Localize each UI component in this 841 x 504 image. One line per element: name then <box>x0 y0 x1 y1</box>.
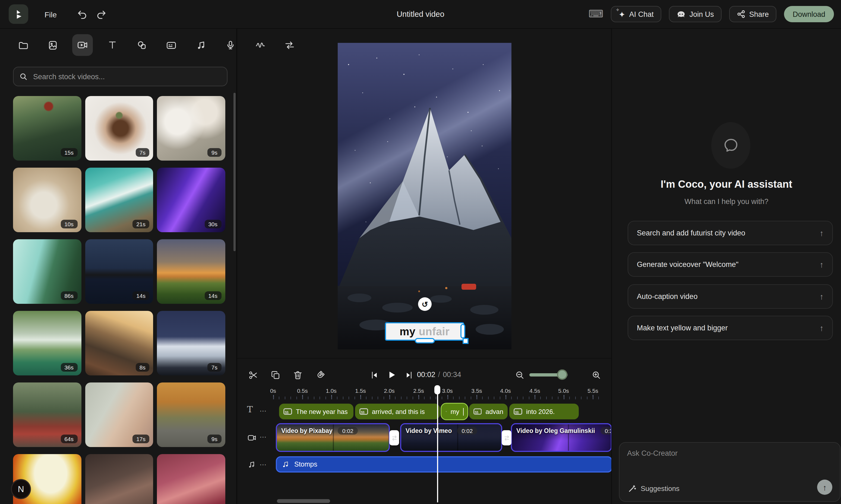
suggestion-card[interactable]: Make text yellow and bigger↑ <box>628 316 833 340</box>
ai-assistant-panel: I'm Coco, your AI assistant What can I h… <box>611 29 841 504</box>
cut-button[interactable] <box>246 368 260 381</box>
tab-stock-video[interactable] <box>72 34 93 56</box>
suggestion-card[interactable]: Auto-caption video↑ <box>628 284 833 309</box>
caption-clip-icon <box>473 408 482 415</box>
send-button[interactable]: ↑ <box>817 480 832 495</box>
user-avatar[interactable]: N <box>11 479 31 499</box>
tab-music[interactable] <box>191 34 211 56</box>
suggestion-card[interactable]: Generate voiceover "Welcome"↑ <box>628 252 833 277</box>
caption-clip-icon <box>514 408 522 415</box>
caption-clip-icon <box>360 408 368 415</box>
suggestion-card[interactable]: Search and add futurist city video↑ <box>628 221 833 245</box>
video-preview[interactable]: ↺ my unfair <box>338 43 511 349</box>
resize-handle-right[interactable] <box>460 324 465 339</box>
stock-video-thumbnail[interactable]: 9s <box>157 382 225 447</box>
tab-text[interactable] <box>102 34 122 56</box>
join-us-button[interactable]: Join Us <box>669 6 721 22</box>
tab-elements[interactable] <box>132 34 152 56</box>
microphone-icon <box>225 39 236 51</box>
caption-clip-icon <box>283 408 292 415</box>
zoom-out-icon <box>514 370 525 380</box>
music-note-icon <box>281 460 290 469</box>
video-clip[interactable]: Video by Vimeo0:02 <box>400 423 502 452</box>
zoom-in-icon <box>591 370 601 380</box>
stock-video-thumbnail[interactable]: 30s <box>157 168 225 232</box>
rotate-handle[interactable]: ↺ <box>418 297 432 311</box>
duration-badge: 86s <box>60 291 77 300</box>
duration-badge: 14s <box>205 291 221 300</box>
stock-video-thumbnail[interactable] <box>157 454 225 504</box>
download-button[interactable]: Download <box>784 6 834 22</box>
stock-video-thumbnail[interactable]: 8s <box>85 311 153 375</box>
text-track-icon: T <box>247 404 253 414</box>
assistant-input-box[interactable]: Suggestions ↑ <box>619 442 840 502</box>
stock-video-thumbnail[interactable]: 86s <box>13 239 81 304</box>
duration-badge: 64s <box>60 435 77 443</box>
transition-button[interactable] <box>389 430 399 445</box>
stock-video-thumbnail[interactable]: 14s <box>85 239 153 304</box>
suggestions-button[interactable]: Suggestions <box>628 484 680 492</box>
play-button[interactable] <box>385 368 398 381</box>
skip-back-button[interactable] <box>368 368 381 381</box>
keyboard-shortcuts-icon[interactable]: ⌨ <box>589 6 603 22</box>
stock-video-search[interactable] <box>13 67 227 86</box>
duplicate-button[interactable] <box>269 368 282 381</box>
duration-badge: 10s <box>60 220 77 229</box>
stock-video-thumbnail[interactable]: 7s <box>85 96 153 161</box>
delete-button[interactable] <box>291 368 304 381</box>
stock-video-thumbnail[interactable] <box>85 454 153 504</box>
stock-video-thumbnail[interactable]: 17s <box>85 382 153 447</box>
zoom-in-button[interactable] <box>590 368 603 381</box>
caption-clip[interactable]: The new year has <box>279 403 353 419</box>
video-track-menu[interactable]: ⋯ <box>260 433 267 441</box>
ruler-minor-ticks <box>273 397 599 399</box>
stock-video-thumbnail[interactable]: 14s <box>157 239 225 304</box>
playhead-line[interactable] <box>437 386 438 502</box>
tab-folder[interactable] <box>13 34 34 56</box>
ai-chat-button[interactable]: ✦✧ AI Chat <box>611 6 661 22</box>
assistant-input[interactable] <box>623 446 802 476</box>
folder-icon <box>18 39 29 51</box>
caption-clip[interactable]: into 2026. <box>509 403 579 419</box>
video-editor-app: File Untitled video ⌨ ✦✧ AI Chat Join Us <box>0 0 841 504</box>
stock-video-thumbnail[interactable]: 64s <box>13 382 81 447</box>
scissors-icon <box>248 370 258 380</box>
search-input[interactable] <box>32 72 222 81</box>
caption-clip[interactable]: arrived, and this is <box>355 403 440 419</box>
caption-clip-selected[interactable]: my <box>441 403 468 419</box>
stock-video-thumbnail[interactable]: 21s <box>85 168 153 232</box>
caption-clip[interactable]: advan <box>469 403 508 419</box>
timeline-divider <box>237 358 611 359</box>
duration-badge: 7s <box>208 363 221 372</box>
tab-transitions[interactable] <box>279 34 300 56</box>
audio-clip[interactable]: Stomps <box>276 456 612 472</box>
snap-button[interactable] <box>313 368 326 381</box>
stock-video-thumbnail[interactable]: 15s <box>13 96 81 161</box>
timeline-scrollbar[interactable] <box>277 499 330 503</box>
resize-handle-bottom[interactable] <box>415 338 435 343</box>
text-track-menu[interactable]: ⋯ <box>260 407 267 415</box>
zoom-out-button[interactable] <box>513 368 526 381</box>
tab-captions[interactable] <box>161 34 181 56</box>
resize-handle-corner[interactable] <box>462 338 469 344</box>
tab-media[interactable] <box>42 34 63 56</box>
up-arrow-icon: ↑ <box>820 292 824 301</box>
share-button[interactable]: Share <box>729 6 776 22</box>
zoom-slider-knob[interactable] <box>557 370 567 380</box>
up-arrow-icon: ↑ <box>820 323 824 332</box>
library-scrollbar[interactable] <box>233 93 235 251</box>
tab-audio-wave[interactable] <box>250 34 270 56</box>
skip-forward-button[interactable] <box>402 368 415 381</box>
total-time: 00:34 <box>443 371 461 379</box>
audio-track-menu[interactable]: ⋯ <box>260 461 267 469</box>
tab-voiceover[interactable] <box>220 34 241 56</box>
video-clip[interactable]: Video by Pixabay0:02 <box>276 423 390 452</box>
stock-video-thumbnail[interactable]: 9s <box>157 96 225 161</box>
caption-word-active: my <box>400 325 416 338</box>
assistant-title: I'm Coco, your AI assistant <box>612 179 841 191</box>
stock-video-thumbnail[interactable]: 7s <box>157 311 225 375</box>
video-clip[interactable]: Video by Oleg Gamulinskii0:30 <box>511 423 612 452</box>
stock-video-thumbnail[interactable]: 36s <box>13 311 81 375</box>
stock-video-thumbnail[interactable]: 10s <box>13 168 81 232</box>
transition-button[interactable] <box>502 430 511 445</box>
